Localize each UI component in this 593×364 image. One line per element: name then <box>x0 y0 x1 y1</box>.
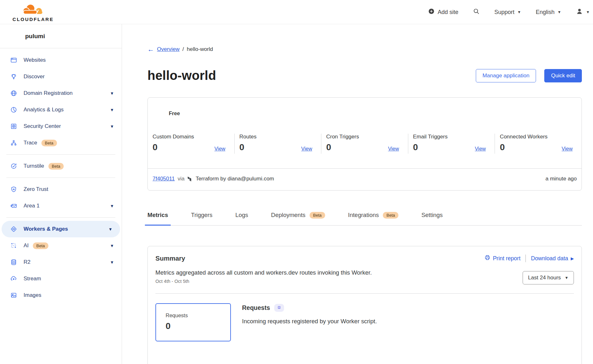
time-range-dropdown[interactable]: Last 24 hours ▼ <box>523 271 574 284</box>
sidebar-item-analytics-logs[interactable]: Analytics & Logs ▼ <box>0 102 122 118</box>
stat-value: 0 <box>239 143 245 152</box>
stat-email-triggers: Email Triggers 0 View <box>408 134 495 154</box>
deployment-commit-link[interactable]: 7f405011 <box>153 176 175 182</box>
sidebar-item-area-1[interactable]: Area 1 ▼ <box>0 198 122 214</box>
beta-badge: Beta <box>383 212 398 219</box>
divider <box>6 178 115 178</box>
safe-icon <box>10 123 17 130</box>
view-link[interactable]: View <box>214 146 225 152</box>
page-title: hello-world <box>147 68 216 83</box>
beta-badge: Beta <box>41 140 57 146</box>
stat-value: 0 <box>326 143 331 152</box>
add-site-button[interactable]: Add site <box>428 8 458 16</box>
trace-icon <box>10 139 17 146</box>
sparkles-icon <box>10 242 17 249</box>
sidebar-item-r2[interactable]: R2 ▼ <box>0 254 122 270</box>
sidebar-item-websites[interactable]: Websites <box>0 52 122 68</box>
view-link[interactable]: View <box>388 146 399 152</box>
account-name[interactable]: pulumi <box>0 24 122 48</box>
chevron-down-icon: ▼ <box>517 10 521 14</box>
search-icon <box>473 8 480 16</box>
view-link[interactable]: View <box>562 146 573 152</box>
breadcrumb: ← Overview / hello-world <box>147 24 582 52</box>
globe-icon <box>10 90 17 97</box>
main-content: ← Overview / hello-world hello-world Man… <box>122 24 593 364</box>
download-data-link[interactable]: Download data ▶ <box>531 255 574 262</box>
search-button[interactable] <box>473 8 480 16</box>
logo-wordmark: CLOUDFLARE <box>8 17 59 22</box>
workers-pages-icon <box>10 226 17 233</box>
breadcrumb-separator: / <box>182 46 184 52</box>
print-report-link[interactable]: Print report <box>484 255 521 262</box>
sidebar: pulumi Websites Discover Domain Registra… <box>0 24 122 364</box>
lightbulb-icon <box>10 73 17 80</box>
browser-icon <box>10 57 17 64</box>
beta-badge: Beta <box>33 242 48 249</box>
back-arrow-icon[interactable]: ← <box>147 46 154 52</box>
sidebar-item-images[interactable]: Images <box>0 287 122 304</box>
sidebar-item-discover[interactable]: Discover <box>0 68 122 85</box>
chevron-down-icon[interactable]: ▼ <box>110 243 114 248</box>
deployment-row: 7f405011 via Terraform by diana@pulumi.c… <box>148 169 582 190</box>
support-menu[interactable]: Support ▼ <box>494 9 521 16</box>
chevron-down-icon[interactable]: ▼ <box>108 227 112 232</box>
tab-integrations[interactable]: Integrations Beta <box>346 212 401 226</box>
deployment-time: a minute ago <box>546 176 577 182</box>
requests-value: 0 <box>166 321 230 331</box>
chevron-down-icon[interactable]: ▼ <box>110 260 114 265</box>
stat-connected-workers: Connected Workers 0 View <box>495 134 582 154</box>
summary-title: Summary <box>155 255 185 262</box>
language-menu[interactable]: English ▼ <box>536 9 561 16</box>
tab-triggers[interactable]: Triggers <box>189 212 215 226</box>
plus-circle-icon <box>428 8 435 16</box>
cloudflare-logo[interactable]: CLOUDFLARE <box>8 2 59 22</box>
tab-metrics[interactable]: Metrics <box>145 212 171 226</box>
sidebar-item-workers-pages[interactable]: Workers & Pages ▼ <box>2 221 120 237</box>
chevron-down-icon[interactable]: ▼ <box>110 204 114 208</box>
breadcrumb-current: hello-world <box>187 46 213 52</box>
refresh-check-icon <box>10 163 17 170</box>
quick-edit-button[interactable]: Quick edit <box>544 69 582 82</box>
stream-cloud-play-icon <box>10 275 17 282</box>
summary-description: Metrics aggregated across all custom and… <box>155 269 574 276</box>
triangle-right-icon: ▶ <box>571 256 574 261</box>
chevron-down-icon: ▼ <box>565 276 568 280</box>
sidebar-item-trace[interactable]: Trace Beta <box>0 135 122 151</box>
view-link[interactable]: View <box>301 146 312 152</box>
chevron-down-icon[interactable]: ▼ <box>110 124 114 129</box>
tab-deployments[interactable]: Deployments Beta <box>268 212 328 226</box>
account-menu[interactable]: ▼ <box>576 8 590 17</box>
tab-logs[interactable]: Logs <box>233 212 251 226</box>
sidebar-item-ai[interactable]: AI Beta ▼ <box>0 237 122 254</box>
stat-custom-domains: Custom Domains 0 View <box>148 134 235 154</box>
chevron-down-icon[interactable]: ▼ <box>110 91 114 96</box>
divider <box>525 255 526 262</box>
sidebar-item-turnstile[interactable]: Turnstile Beta <box>0 158 122 174</box>
stat-value: 0 <box>153 143 158 152</box>
docs-icon[interactable] <box>274 304 284 312</box>
sidebar-item-zero-trust[interactable]: Zero Trust <box>0 181 122 198</box>
sidebar-item-stream[interactable]: Stream <box>0 270 122 287</box>
beta-badge: Beta <box>310 212 325 219</box>
breadcrumb-overview-link[interactable]: Overview <box>157 46 180 52</box>
top-header: CLOUDFLARE Add site Support ▼ English ▼ … <box>0 0 593 24</box>
deployment-source: Terraform by diana@pulumi.com <box>196 176 274 182</box>
beta-badge: Beta <box>48 163 64 170</box>
pie-chart-icon <box>10 106 17 113</box>
tab-settings[interactable]: Settings <box>419 212 445 226</box>
divider <box>155 293 574 294</box>
sidebar-item-security-center[interactable]: Security Center ▼ <box>0 118 122 135</box>
printer-icon <box>484 255 490 262</box>
view-link[interactable]: View <box>475 146 486 152</box>
shield-arrow-icon <box>10 186 17 193</box>
requests-section-title: Requests <box>242 304 270 312</box>
sidebar-item-domain-registration[interactable]: Domain Registration ▼ <box>0 85 122 102</box>
cloudflare-cloud-icon <box>8 2 59 17</box>
requests-metric-card[interactable]: Requests 0 <box>155 303 231 341</box>
manage-application-button[interactable]: Manage application <box>476 69 536 82</box>
chevron-down-icon[interactable]: ▼ <box>110 108 114 112</box>
envelope-icon <box>10 202 17 209</box>
stat-value: 0 <box>500 143 505 152</box>
chevron-down-icon: ▼ <box>586 10 590 14</box>
divider <box>6 217 115 218</box>
